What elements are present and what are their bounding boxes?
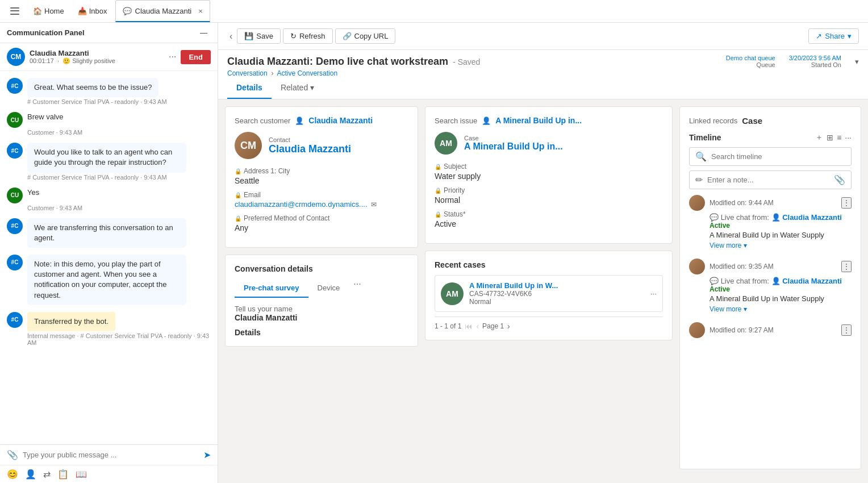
timeline-avatar: [689, 195, 705, 211]
hamburger-menu[interactable]: [5, 5, 25, 18]
timeline-filter-button[interactable]: ⊞: [827, 132, 833, 143]
sentiment-icon: 🙂: [62, 57, 70, 64]
tab-related[interactable]: Related ▾: [272, 77, 323, 99]
breadcrumb-conversation[interactable]: Conversation: [227, 69, 268, 77]
breadcrumb-active[interactable]: Active Conversation: [277, 69, 337, 77]
breadcrumb: Conversation › Active Conversation: [218, 68, 868, 77]
case-search-row: Search issue 👤 A Mineral Build Up in...: [435, 116, 663, 125]
copy-url-button[interactable]: 🔗 Copy URL: [335, 28, 396, 44]
timeline-description: A Mineral Build Up in Water Supply: [710, 294, 852, 303]
home-label: Home: [44, 7, 64, 15]
timeline-sort-button[interactable]: ≡: [837, 132, 841, 143]
recent-case-more-button[interactable]: ···: [650, 289, 657, 298]
timeline-item-more-button[interactable]: ⋮: [841, 197, 852, 209]
save-button[interactable]: 💾 Save: [237, 28, 281, 44]
pre-chat-tab[interactable]: Pre-chat survey: [235, 279, 308, 298]
date-info: 3/20/2023 9:56 AM Started On: [789, 55, 841, 68]
timeline-item-more-button[interactable]: ⋮: [841, 324, 852, 336]
attachment-note-icon[interactable]: 📎: [834, 174, 845, 185]
prev-page-button[interactable]: ‹: [476, 322, 479, 331]
recent-case-name[interactable]: A Mineral Build Up in W...: [469, 281, 645, 290]
conv-tabs-more[interactable]: ···: [353, 279, 361, 298]
timeline-avatar: [689, 322, 705, 338]
home-tab[interactable]: 🏠 Home: [27, 5, 70, 18]
msg-meta: Internal message · # Customer Service Tr…: [27, 332, 211, 346]
active-tab[interactable]: 💬 Claudia Mazzanti ×: [115, 0, 210, 22]
view-more-button[interactable]: View more ▾: [710, 242, 852, 249]
email-field: 🔒 Email claudiamazzanti@crmdemo.dynamics…: [235, 191, 408, 209]
hamburger-icon: [10, 7, 19, 16]
lock-icon: 🔒: [235, 215, 241, 222]
share-button[interactable]: ↗ Share ▾: [808, 28, 859, 44]
contact-header: CM Contact Claudia Mazzanti: [235, 132, 408, 159]
share-chevron-icon: ▾: [848, 32, 852, 40]
comm-panel-minimize[interactable]: —: [197, 27, 211, 38]
communication-panel: Communication Panel — CM Claudia Mazzant…: [0, 23, 218, 483]
close-tab-icon[interactable]: ×: [198, 7, 203, 15]
chevron-down-icon: ▾: [744, 305, 747, 313]
subject-value: Water supply: [435, 172, 663, 181]
timeline-item-header: Modified on: 9:35 AM ⋮: [689, 259, 852, 274]
timeline-status: Active: [710, 222, 852, 230]
lock-icon: 🔒: [435, 211, 441, 218]
case-type: Case: [464, 135, 563, 141]
email-copy-icon[interactable]: ✉: [371, 201, 377, 209]
sentiment-label: Slightly positive: [72, 57, 115, 64]
msg-meta: Customer · 9:43 AM: [27, 129, 211, 136]
timeline-more-button[interactable]: ···: [845, 132, 852, 143]
toolbar-person-icon[interactable]: 👤: [25, 469, 36, 480]
save-icon: 💾: [244, 32, 253, 40]
case-card: Search issue 👤 A Mineral Build Up in... …: [425, 106, 673, 244]
note-input[interactable]: [707, 176, 829, 184]
bot-avatar: #C: [7, 143, 23, 159]
lock-icon: 🔒: [235, 192, 241, 198]
case-full-name[interactable]: A Mineral Build Up in...: [464, 141, 563, 152]
end-button[interactable]: End: [181, 50, 211, 64]
timeline-add-button[interactable]: ＋: [815, 132, 823, 143]
list-item: #C Great. What seems to be the issue? # …: [0, 76, 218, 110]
email-label: Email: [244, 191, 261, 199]
timeline-from: 💬 Live chat from: 👤 Claudia Mazzanti: [710, 277, 852, 285]
pagination-info: 1 - 1 of 1: [435, 322, 461, 330]
content-toolbar: ‹ 💾 Save ↻ Refresh 🔗 Copy URL ↗ Share ▾: [218, 23, 868, 50]
timeline-search-input[interactable]: [711, 152, 845, 161]
search-case-icon: 👤: [482, 116, 491, 125]
toolbar-kb-icon[interactable]: 📖: [76, 469, 87, 480]
save-label: Save: [256, 32, 273, 40]
timeline-search: 🔍: [689, 147, 852, 166]
tab-details[interactable]: Details: [227, 77, 272, 99]
customer-name-link[interactable]: Claudia Mazzanti: [308, 116, 373, 125]
more-options-button[interactable]: ···: [169, 52, 176, 62]
case-name-link[interactable]: A Mineral Build Up in...: [495, 116, 582, 125]
name-value: Claudia Manzatti: [235, 313, 408, 322]
email-value[interactable]: claudiamazzanti@crmdemo.dynamics....: [235, 200, 368, 209]
contact-full-name[interactable]: Claudia Mazzanti: [269, 143, 351, 155]
toolbar-template-icon[interactable]: 📋: [57, 469, 69, 480]
chat-input[interactable]: [23, 451, 199, 459]
contact-type: Contact: [269, 136, 351, 143]
back-button[interactable]: ‹: [227, 29, 235, 44]
timeline-item-more-button[interactable]: ⋮: [841, 261, 852, 272]
header-expand-button[interactable]: ▾: [855, 57, 859, 66]
first-page-button[interactable]: ⏮: [465, 322, 473, 331]
attachment-icon[interactable]: 📎: [7, 449, 18, 460]
timeline-title: Timeline: [689, 133, 721, 142]
send-button[interactable]: ➤: [203, 449, 211, 460]
agent-time: 00:01:17 · 🙂 Slightly positive: [30, 57, 115, 65]
share-icon: ↗: [816, 32, 822, 40]
view-more-button[interactable]: View more ▾: [710, 305, 852, 313]
conversation-details-card: Conversation details Pre-chat survey Dev…: [225, 255, 418, 347]
customer-avatar: CU: [7, 112, 23, 128]
device-tab[interactable]: Device: [308, 279, 349, 298]
list-item: Modified on: 9:27 AM ⋮: [689, 322, 852, 338]
toolbar-emoji-icon[interactable]: 😊: [7, 469, 18, 480]
timeline-description: A Mineral Build Up in Water Supply: [710, 231, 852, 239]
details-section-label: Details: [235, 328, 408, 337]
queue-name: Demo chat queue: [726, 55, 775, 61]
next-page-button[interactable]: ›: [507, 322, 510, 331]
address-label: Address 1: City: [244, 167, 290, 175]
pagination-area: 1 - 1 of 1 ⏮ ‹ Page 1 ›: [435, 317, 663, 331]
refresh-button[interactable]: ↻ Refresh: [283, 28, 333, 44]
toolbar-transfer-icon[interactable]: ⇄: [43, 469, 51, 480]
inbox-tab[interactable]: 📥 Inbox: [72, 5, 113, 18]
